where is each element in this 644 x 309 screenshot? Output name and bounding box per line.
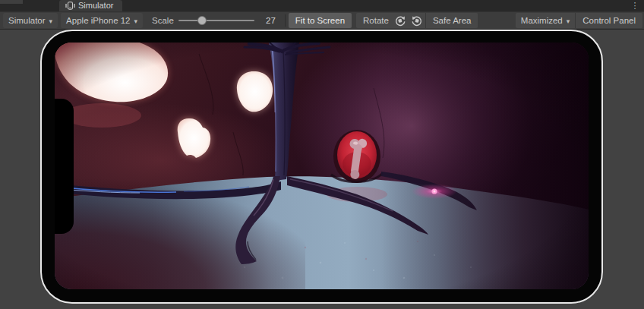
rotate-counterclockwise-icon[interactable] (409, 13, 425, 28)
caret-down-icon: ▾ (567, 17, 570, 25)
control-panel-button[interactable]: Control Panel (576, 13, 642, 28)
scale-slider[interactable] (178, 13, 254, 28)
simulator-menu-label: Simulator (8, 16, 46, 25)
maximized-label: Maximized (521, 16, 563, 25)
simulator-menu-dropdown[interactable]: Simulator ▾ (3, 13, 58, 28)
tab-simulator[interactable]: Simulator (59, 0, 122, 11)
game-view-screen[interactable] (55, 43, 589, 289)
device-dropdown-label: Apple iPhone 12 (66, 16, 130, 25)
kebab-menu-icon[interactable]: ⋮ (630, 1, 639, 11)
rotate-safe-area-group: Rotate Safe Area (356, 13, 478, 28)
caret-down-icon: ▾ (134, 17, 138, 25)
rotate-label: Rotate (356, 16, 392, 25)
rotate-clockwise-icon[interactable] (392, 13, 409, 28)
vignette (55, 43, 589, 289)
simulator-toolbar: Simulator ▾ Apple iPhone 12 ▾ Scale 27 F… (0, 11, 644, 30)
window-mode-group: Maximized ▾ Control Panel (516, 13, 642, 28)
fit-to-screen-button[interactable]: Fit to Screen (289, 13, 352, 28)
device-simulator-icon (65, 2, 75, 10)
device-dropdown[interactable]: Apple iPhone 12 ▾ (61, 13, 143, 28)
unity-device-simulator-window: Simulator ⋮ Simulator ▾ Apple iPhone 12 … (0, 0, 644, 309)
iphone-12-frame (40, 30, 603, 304)
scale-slider-track (178, 20, 254, 21)
safe-area-button[interactable]: Safe Area (426, 13, 478, 28)
game-scene (55, 43, 589, 289)
caret-down-icon: ▾ (49, 17, 53, 25)
tab-label: Simulator (78, 0, 113, 11)
scale-value: 27 (256, 16, 276, 25)
iphone-notch (55, 99, 74, 234)
scale-slider-thumb[interactable] (197, 16, 207, 25)
tab-bar: Simulator ⋮ (0, 0, 644, 11)
maximized-dropdown[interactable]: Maximized ▾ (516, 13, 576, 28)
simulator-viewport (0, 30, 644, 308)
scale-label: Scale (152, 16, 174, 25)
toolbar-separator (285, 14, 286, 27)
adjacent-panel-sliver (0, 0, 23, 4)
